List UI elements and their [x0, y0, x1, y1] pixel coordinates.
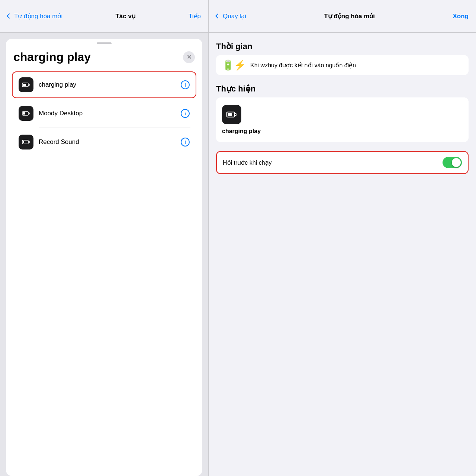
svg-rect-7 [228, 113, 232, 116]
svg-rect-1 [23, 84, 26, 86]
shortcut-item-charging-play[interactable]: charging play i [12, 71, 196, 98]
time-card[interactable]: 🔋⚡ Khi wzhuy được kết nối vào nguồn điện [216, 55, 469, 75]
ask-before-run-card[interactable]: Hỏi trước khi chạy [216, 151, 469, 174]
action-section-label: Thực hiện [216, 84, 469, 94]
info-button-charging-play[interactable]: i [181, 80, 190, 89]
left-nav-title: Tác vụ [115, 12, 135, 20]
shortcut-icon-box-moody [19, 106, 33, 121]
shortcut-name-moody: Moody Desktop [39, 110, 83, 117]
action-card-inner: charging play [216, 97, 469, 142]
toggle-thumb [452, 158, 461, 167]
close-icon: ✕ [187, 54, 192, 60]
battery-icon-moody [22, 109, 30, 118]
action-shortcut-name: charging play [222, 128, 261, 135]
shortcut-item-left: Record Sound [19, 135, 79, 149]
shortcut-item-left: Moody Desktop [19, 106, 83, 121]
right-nav-bar: Quay lại Tự động hóa mới Xong [209, 0, 476, 33]
shortcut-item-record-sound[interactable]: Record Sound i [12, 129, 196, 155]
shortcut-icon-box [19, 77, 33, 92]
right-nav-back-label: Quay lại [223, 12, 246, 20]
right-nav-back-button[interactable]: Quay lại [216, 12, 246, 20]
info-button-moody[interactable]: i [181, 109, 190, 118]
shortcuts-sheet: charging play ✕ charging play [6, 39, 202, 476]
action-card[interactable]: charging play [216, 97, 469, 142]
svg-rect-3 [23, 112, 25, 115]
right-content: Thời gian 🔋⚡ Khi wzhuy được kết nối vào … [209, 33, 476, 183]
action-shortcut-icon-box [222, 105, 241, 124]
time-trigger-text: Khi wzhuy được kết nối vào nguồn điện [250, 62, 463, 69]
ask-before-run-label: Hỏi trước khi chạy [223, 159, 272, 166]
action-battery-icon [226, 109, 238, 120]
divider-1 [39, 99, 190, 99]
close-button[interactable]: ✕ [183, 51, 195, 63]
divider-2 [39, 128, 190, 128]
charging-plug-icon: 🔋⚡ [222, 60, 246, 70]
info-button-record[interactable]: i [181, 138, 190, 147]
action-section: Thực hiện charging play [216, 84, 469, 142]
shortcut-name-charging-play: charging play [39, 81, 76, 89]
battery-icon-record [22, 138, 30, 147]
sheet-title-row: charging play ✕ [6, 46, 202, 71]
right-panel: Quay lại Tự động hóa mới Xong Thời gian … [208, 0, 476, 476]
sheet-title: charging play [13, 50, 91, 64]
time-section: Thời gian 🔋⚡ Khi wzhuy được kết nối vào … [216, 42, 469, 75]
svg-rect-5 [23, 141, 24, 143]
shortcut-item-left: charging play [19, 77, 76, 92]
right-nav-done-button[interactable]: Xong [453, 13, 469, 20]
time-card-inner: 🔋⚡ Khi wzhuy được kết nối vào nguồn điện [216, 55, 469, 75]
time-section-label: Thời gian [216, 42, 469, 51]
shortcut-name-record: Record Sound [39, 138, 79, 146]
left-panel: Tự động hóa mới Tác vụ Tiếp charging pla… [0, 0, 208, 476]
shortcut-list: charging play i Moody Desktop [6, 71, 202, 155]
ask-before-run-toggle[interactable] [443, 157, 462, 168]
chevron-left-icon-right [215, 13, 221, 18]
sheet-handle-area [6, 39, 202, 46]
left-nav-back-button[interactable]: Tự động hóa mới [7, 12, 62, 20]
toggle-track [443, 157, 462, 168]
left-nav-action-button[interactable]: Tiếp [189, 12, 201, 20]
shortcut-icon-box-record [19, 135, 33, 149]
left-nav-bar: Tự động hóa mới Tác vụ Tiếp [0, 0, 208, 33]
right-nav-title: Tự động hóa mới [324, 12, 375, 20]
chevron-left-icon [7, 13, 12, 18]
sheet-handle [97, 42, 112, 44]
left-nav-back-label: Tự động hóa mới [14, 12, 62, 20]
battery-icon [22, 80, 30, 89]
shortcut-item-moody-desktop[interactable]: Moody Desktop i [12, 100, 196, 127]
